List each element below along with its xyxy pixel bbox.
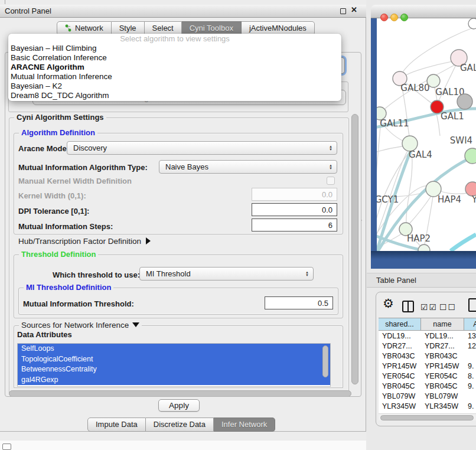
horizontal-scrollbar[interactable] xyxy=(9,390,351,397)
expand-down-icon xyxy=(132,322,139,327)
close-icon[interactable]: ✕ xyxy=(351,5,357,14)
table-row[interactable]: YBR045CYBR045C9. xyxy=(379,381,476,392)
table-cell: YDR27... xyxy=(421,341,464,351)
table-row[interactable]: YDL19...YDL19...13 xyxy=(379,331,476,341)
node-label: GAL1 xyxy=(441,111,464,122)
mi-steps-field[interactable]: 6 xyxy=(252,219,337,231)
document-icon[interactable] xyxy=(468,298,476,312)
tab-discretize-data[interactable]: Discretize Data xyxy=(146,418,214,432)
node-label: HAP2 xyxy=(407,233,431,244)
column-header-shared[interactable]: shared... xyxy=(379,318,421,331)
chrome-divider xyxy=(5,0,5,4)
algorithm-option[interactable]: Dream8 DC_TDC Algorithm xyxy=(8,91,341,100)
which-threshold-label: Which threshold to use: xyxy=(53,270,140,279)
sources-title: Sources for Network Inference xyxy=(21,321,129,330)
table-row[interactable]: YBL079WYBL079W xyxy=(379,392,476,402)
float-window-icon[interactable] xyxy=(340,8,346,14)
mi-threshold-label: Mutual Information Threshold: xyxy=(23,299,134,308)
network-node[interactable] xyxy=(457,94,472,109)
tab-impute-data[interactable]: Impute Data xyxy=(87,418,146,432)
hub-definition-expander[interactable]: Hub/Transcription Factor Definition xyxy=(18,237,151,246)
table-row[interactable]: YPR145WYPR145W9. xyxy=(379,361,476,371)
restore-panel-icon[interactable] xyxy=(2,444,11,450)
node-label: SWI4 xyxy=(450,135,472,146)
mi-threshold-field[interactable]: 0.5 xyxy=(265,296,333,309)
kernel-width-field[interactable]: 0.0 xyxy=(252,188,337,201)
kernel-width-label: Kernel Width (0,1): xyxy=(18,191,86,200)
vertical-scrollbar[interactable] xyxy=(351,114,358,384)
column-header-A[interactable]: A xyxy=(464,318,476,331)
unselect-columns-icon[interactable]: ☐☐ xyxy=(439,302,457,312)
stepper-arrows-icon: ▲▼ xyxy=(305,270,309,276)
node-label: GAL8 xyxy=(460,63,476,73)
table-row[interactable]: YER054CYER054C8. xyxy=(379,371,476,381)
network-edge xyxy=(406,61,452,75)
minimize-traffic-light[interactable] xyxy=(390,14,398,21)
select-columns-icon[interactable]: ☑☑ xyxy=(420,302,438,312)
network-node-swi4[interactable] xyxy=(465,148,476,164)
aracne-mode-value: Discovery xyxy=(73,144,107,152)
algorithm-placeholder: Select algorithm to view settings xyxy=(8,34,341,44)
network-canvas[interactable]: GAL8GAL80GAL10GAL1GAL11GAL4SWI4HAP4YGCY1… xyxy=(377,18,476,251)
attribute-item[interactable]: BetweennessCentrality xyxy=(18,364,330,375)
list-scrollbar[interactable] xyxy=(322,345,328,377)
algorithm-option[interactable]: Mutual Information Inference xyxy=(8,72,341,81)
dpi-tolerance-field[interactable]: 0.0 xyxy=(252,203,337,216)
table-row[interactable]: YLR345WYLR345W9. xyxy=(379,402,476,412)
attribute-item[interactable]: TopologicalCoefficient xyxy=(18,354,330,365)
table-cell: YLR345W xyxy=(421,402,464,412)
aracne-mode-select[interactable]: Discovery ▲▼ xyxy=(67,141,337,155)
network-edge xyxy=(409,196,431,224)
mi-steps-label: Mutual Information Steps: xyxy=(18,222,113,231)
cyni-algorithm-settings-title: Cyni Algorithm Settings xyxy=(14,113,106,122)
table-row[interactable]: YDR27...YDR27...12 xyxy=(379,341,476,351)
table-row[interactable]: YBR043CYBR043C xyxy=(379,351,476,361)
dpi-tolerance-label: DPI Tolerance [0,1]: xyxy=(18,207,89,216)
node-label: GCY1 xyxy=(377,194,399,205)
table-hscrollbar-track xyxy=(379,413,476,420)
algorithm-definition-title: Algorithm Definition xyxy=(19,128,97,137)
sources-title-expander[interactable]: Sources for Network Inference xyxy=(19,321,142,330)
table-cell: YER054C xyxy=(379,371,421,381)
network-edge xyxy=(436,113,440,136)
split-pane-icon[interactable] xyxy=(402,301,414,312)
screen: Control Panel ✕ NetworkStyleSelectCyni T… xyxy=(0,0,476,450)
mi-threshold-title: MI Threshold Definition xyxy=(24,283,113,292)
table-cell: YDL19... xyxy=(421,331,464,341)
manual-kernel-checkbox[interactable] xyxy=(327,177,335,185)
table-cell: YDR27... xyxy=(379,341,421,351)
algorithm-option[interactable]: Bayesian – Hill Climbing xyxy=(8,44,341,53)
attribute-item[interactable]: gal4RGexp xyxy=(18,375,330,386)
node-label: GAL11 xyxy=(380,118,409,129)
network-node-gal10[interactable] xyxy=(427,74,440,87)
threshold-definition-title: Threshold Definition xyxy=(19,250,98,259)
table-toolbar: ⚙☑☑☐☐ xyxy=(376,292,476,318)
mi-type-select[interactable]: Naive Bayes ▲▼ xyxy=(159,160,337,174)
network-window-titlebar[interactable] xyxy=(371,5,476,18)
tab-label: Network xyxy=(75,24,103,32)
status-strip xyxy=(0,441,366,450)
apply-button[interactable]: Apply xyxy=(158,399,200,412)
column-header-name[interactable]: name xyxy=(421,318,464,331)
stepper-arrows-icon: ▲▼ xyxy=(329,164,332,169)
which-threshold-select[interactable]: MI Threshold ▲▼ xyxy=(139,267,314,281)
tab-infer-network[interactable]: Infer Network xyxy=(214,418,275,432)
node-label: GAL4 xyxy=(409,149,432,160)
stepper-arrows-icon: ▲▼ xyxy=(329,145,332,151)
control-panel-titlebar: Control Panel ✕ xyxy=(0,5,366,18)
gear-icon[interactable]: ⚙ xyxy=(383,296,394,311)
table-cell: YBL079W xyxy=(379,392,421,402)
data-attributes-list: SelfLoopsTopologicalCoefficientBetweenne… xyxy=(17,343,331,387)
attribute-item[interactable]: SelfLoops xyxy=(18,344,330,354)
table-hscrollbar[interactable] xyxy=(380,415,474,420)
algorithm-option[interactable]: Basic Correlation Inference xyxy=(8,53,341,63)
table-cell: YBL079W xyxy=(421,392,464,402)
table-cell: YPR145W xyxy=(379,361,421,371)
network-node[interactable] xyxy=(468,18,476,29)
table-cell: 12 xyxy=(464,341,476,351)
algorithm-option[interactable]: Bayesian – K2 xyxy=(8,81,341,91)
close-traffic-light[interactable] xyxy=(380,14,388,21)
algorithm-option[interactable]: ARACNE Algorithm xyxy=(8,63,341,72)
tab-label: Select xyxy=(152,24,174,32)
zoom-traffic-light[interactable] xyxy=(400,14,408,21)
